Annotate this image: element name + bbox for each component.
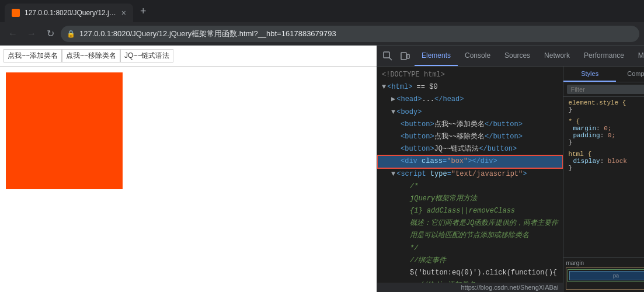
tree-line[interactable]: ▼<script type="text/javascript">: [377, 168, 563, 180]
tab-memory[interactable]: Memo: [631, 46, 644, 66]
inspect-element-button[interactable]: [380, 48, 396, 64]
devtools-panel: Elements Console Sources Network Perform…: [377, 46, 644, 292]
style-selector: html {: [568, 151, 591, 158]
reload-button[interactable]: ↻: [42, 26, 58, 42]
tree-line[interactable]: <button>点我~~移除类名</button>: [377, 131, 563, 143]
svg-line-1: [389, 57, 392, 60]
tab-close-button[interactable]: ×: [121, 8, 126, 18]
back-button[interactable]: ←: [5, 26, 21, 42]
html-tree[interactable]: <!DOCTYPE html> ▼<html> == $0 ▶<head>...…: [377, 67, 563, 283]
tree-line[interactable]: <button>点我~~添加类名</button>: [377, 119, 563, 131]
styles-content: element.style { } * { margin: 0; padding…: [563, 97, 644, 257]
elements-panel: <!DOCTYPE html> ▼<html> == $0 ▶<head>...…: [377, 67, 563, 292]
tab-bar: 127.0.0.1:8020/JQuery/12.jQu... × +: [0, 0, 644, 22]
tree-line[interactable]: 用是可以给匹配的节点添加或移除类名: [377, 230, 563, 242]
nav-bar: ← → ↻ 🔒: [0, 22, 644, 46]
style-value: block: [608, 158, 627, 165]
tree-line[interactable]: /*: [377, 180, 563, 193]
box-label: pa: [613, 273, 619, 279]
style-selector: element.style {: [568, 99, 626, 106]
page-buttons: 点我~~添加类名 点我~~移除类名 JQ~~链式语法: [0, 46, 377, 67]
chain-syntax-button[interactable]: JQ~~链式语法: [120, 49, 173, 62]
browser-tab[interactable]: 127.0.0.1:8020/JQuery/12.jQu... ×: [5, 4, 133, 22]
tab-performance[interactable]: Performance: [577, 46, 631, 66]
status-text: https://blog.csdn.net/ShengXIABai: [461, 284, 558, 291]
browser-window: 127.0.0.1:8020/JQuery/12.jQu... × + ← → …: [0, 0, 644, 292]
tree-line[interactable]: $('button:eq(0)').click(function(){: [377, 267, 563, 279]
styles-tab-styles[interactable]: Styles: [563, 67, 616, 82]
tab-sources[interactable]: Sources: [497, 46, 537, 66]
style-value: 0;: [608, 132, 615, 139]
tree-line[interactable]: <!DOCTYPE html>: [377, 69, 563, 81]
style-selector: * {: [568, 118, 580, 125]
box-model-content: pa: [569, 271, 644, 280]
tree-line[interactable]: ▶<head>...</head>: [377, 93, 563, 106]
svg-rect-0: [384, 52, 389, 58]
tab-elements[interactable]: Elements: [415, 46, 458, 66]
devtools-tabs: Elements Console Sources Network Perform…: [415, 46, 644, 66]
tab-network[interactable]: Network: [537, 46, 577, 66]
page-content: 点我~~添加类名 点我~~移除类名 JQ~~链式语法: [0, 46, 377, 292]
box-model-margin: pa borde: [566, 267, 644, 290]
svg-rect-3: [407, 54, 409, 58]
forward-button[interactable]: →: [23, 26, 40, 42]
box-model-border: pa: [568, 269, 644, 282]
box-model-label: margin: [566, 260, 644, 266]
style-property: margin: [573, 125, 596, 132]
styles-tab-computed[interactable]: Computed: [616, 67, 644, 82]
status-bar: https://blog.csdn.net/ShengXIABai: [377, 283, 563, 292]
style-property: display: [573, 158, 600, 165]
style-brace: }: [568, 139, 572, 146]
style-rule: element.style { }: [568, 99, 644, 113]
browser-content: 点我~~添加类名 点我~~移除类名 JQ~~链式语法 Elements Cons…: [0, 46, 644, 292]
style-brace: }: [568, 106, 572, 113]
tree-line[interactable]: jQuery框架常用方法: [377, 193, 563, 205]
tree-line[interactable]: ▼<html> == $0: [377, 81, 563, 93]
address-input[interactable]: [61, 26, 639, 42]
style-brace: }: [568, 165, 572, 172]
devtools-toolbar: Elements Console Sources Network Perform…: [377, 46, 644, 67]
tree-line[interactable]: */: [377, 242, 563, 255]
style-rule: * { margin: 0; padding: 0; }: [568, 118, 644, 146]
address-bar-wrap: 🔒: [61, 26, 639, 42]
orange-box: [6, 72, 123, 189]
new-tab-button[interactable]: +: [135, 3, 151, 20]
styles-filter-input[interactable]: [567, 85, 644, 94]
tree-line[interactable]: {1} addClass||removeClass: [377, 205, 563, 217]
devtools-body: <!DOCTYPE html> ▼<html> == $0 ▶<head>...…: [377, 67, 644, 292]
tree-line[interactable]: ▼<body>: [377, 106, 563, 119]
tree-line[interactable]: 概述：它们两者是JQ函数库提供的，两者主要作: [377, 217, 563, 230]
add-class-button[interactable]: 点我~~添加类名: [4, 49, 62, 62]
tab-favicon: [12, 9, 20, 17]
remove-class-button[interactable]: 点我~~移除类名: [62, 49, 120, 62]
tree-line-selected[interactable]: <div class="box"></div>: [377, 155, 563, 168]
styles-panel: Styles Computed element.style { } * {: [563, 67, 644, 292]
box-model: margin pa borde: [563, 257, 644, 292]
styles-filter: [563, 82, 644, 97]
styles-tabs: Styles Computed: [563, 67, 644, 82]
box-side-label: borde: [568, 282, 644, 288]
style-rule: html { display: block }: [568, 151, 644, 172]
svg-rect-2: [401, 53, 406, 60]
tree-line[interactable]: //绑定事件: [377, 255, 563, 267]
tree-line[interactable]: <button>JQ~~链式语法</button>: [377, 143, 563, 155]
style-property: padding: [573, 132, 600, 139]
device-toolbar-button[interactable]: [397, 48, 413, 64]
tab-console[interactable]: Console: [458, 46, 497, 66]
secure-icon: 🔒: [67, 30, 75, 38]
tab-title: 127.0.0.1:8020/JQuery/12.jQu...: [25, 9, 117, 17]
style-value: 0;: [604, 125, 611, 132]
